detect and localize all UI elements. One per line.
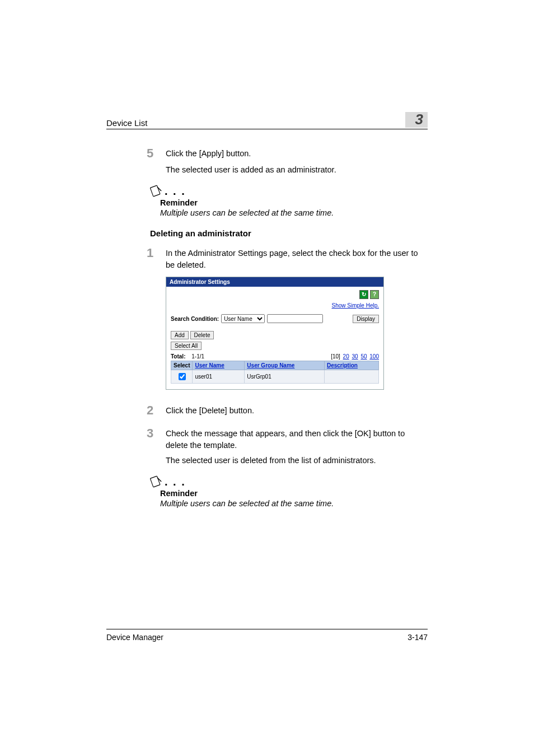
- chapter-number: 3: [405, 112, 428, 128]
- reminder-title-2: Reminder: [160, 489, 428, 498]
- show-simple-help-link[interactable]: Show Simple Help.: [332, 302, 379, 309]
- admin-table: Select User Name User Group Name Descrip…: [171, 361, 379, 384]
- col-user-group-name[interactable]: User Group Name: [247, 362, 294, 368]
- pager-current: [10]: [331, 353, 340, 360]
- reminder-body-2: Multiple users can be selected at the sa…: [160, 499, 428, 508]
- note-dots: . . .: [165, 188, 186, 194]
- step2-text: Click the [Delete] button.: [166, 403, 254, 417]
- subheading-deleting-admin: Deleting an administrator: [150, 228, 428, 238]
- table-row: user01 UsrGrp01: [171, 370, 379, 384]
- reminder-title-1: Reminder: [160, 198, 428, 207]
- total-value: 1-1/1: [191, 353, 204, 360]
- search-condition-select[interactable]: User Name: [221, 314, 265, 323]
- search-condition-label: Search Condition:: [171, 316, 219, 322]
- note-dots: . . .: [165, 478, 186, 485]
- svg-rect-1: [150, 476, 160, 487]
- note-icon: [150, 475, 162, 488]
- step-number-2: 2: [147, 403, 166, 418]
- footer-right: 3-147: [407, 633, 428, 642]
- help-icon[interactable]: ?: [370, 290, 379, 299]
- step-number-5: 5: [147, 146, 166, 161]
- cell-user: user01: [193, 370, 245, 384]
- admin-settings-panel: Administrator Settings ↻ ? Show Simple H…: [166, 277, 384, 390]
- total-label: Total:: [171, 353, 185, 360]
- col-select: Select: [171, 361, 193, 370]
- note-icon: [150, 185, 162, 197]
- step5-subtext: The selected user is added as an adminis…: [166, 164, 428, 176]
- step1-text: In the Administrator Settings page, sele…: [166, 246, 428, 271]
- panel-title: Administrator Settings: [166, 277, 383, 287]
- pager-100[interactable]: 100: [369, 353, 379, 360]
- pager: [10] 20 30 50 100: [331, 353, 379, 360]
- cell-group: UsrGrp01: [245, 370, 325, 384]
- display-button[interactable]: Display: [353, 315, 379, 323]
- footer-left: Device Manager: [106, 633, 163, 642]
- step-number-1: 1: [147, 246, 166, 260]
- svg-rect-0: [150, 185, 160, 197]
- select-all-button[interactable]: Select All: [171, 342, 202, 350]
- add-button[interactable]: Add: [171, 331, 189, 339]
- step-number-3: 3: [147, 426, 166, 441]
- reminder-body-1: Multiple users can be selected at the sa…: [160, 208, 428, 217]
- refresh-icon[interactable]: ↻: [359, 290, 368, 299]
- row-checkbox[interactable]: [179, 373, 186, 380]
- pager-30[interactable]: 30: [352, 353, 358, 360]
- page-header-title: Device List: [106, 118, 147, 128]
- col-description[interactable]: Description: [327, 362, 358, 368]
- cell-desc: [324, 370, 378, 384]
- step3-text: Check the message that appears, and then…: [166, 426, 428, 451]
- col-user-name[interactable]: User Name: [195, 362, 224, 368]
- step3-subtext: The selected user is deleted from the li…: [166, 455, 428, 466]
- pager-20[interactable]: 20: [343, 353, 349, 360]
- pager-50[interactable]: 50: [360, 353, 367, 360]
- step5-text: Click the [Apply] button.: [166, 146, 251, 160]
- delete-button[interactable]: Delete: [190, 331, 214, 339]
- search-condition-input[interactable]: [267, 314, 323, 323]
